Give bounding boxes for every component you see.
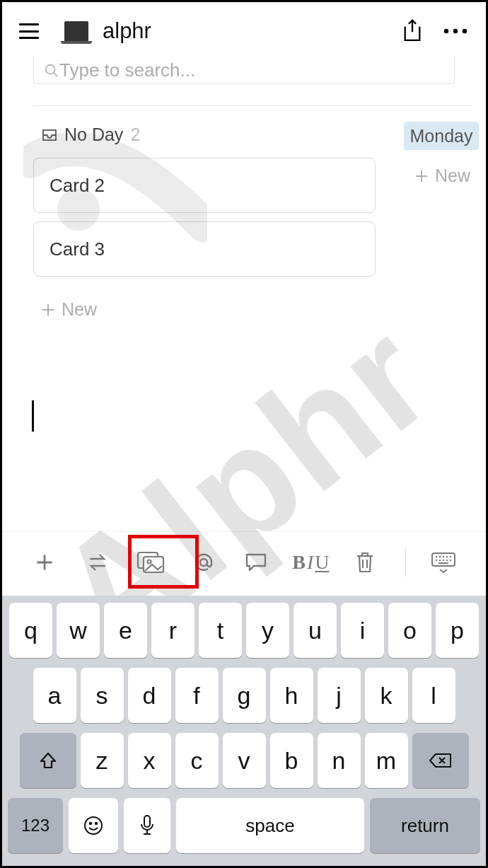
key-z[interactable]: z [81,733,124,788]
card[interactable]: Card 3 [33,221,376,277]
key-t[interactable]: t [199,603,242,658]
column-monday[interactable]: Monday [404,122,479,150]
key-x[interactable]: x [128,733,171,788]
key-space[interactable]: space [176,798,364,853]
key-d[interactable]: d [128,668,171,723]
italic-label: I [307,551,313,574]
header: alphr [2,2,486,57]
svg-point-11 [90,823,92,825]
key-a[interactable]: a [33,668,76,723]
svg-point-1 [453,29,458,33]
workspace-icon[interactable] [64,21,88,41]
key-j[interactable]: j [318,668,361,723]
text-style-button[interactable]: B I U [292,551,329,574]
hamburger-icon[interactable] [19,23,39,39]
key-w[interactable]: w [57,603,100,658]
inbox-icon [42,129,57,141]
card-title: Card 2 [50,175,105,197]
share-icon[interactable] [401,18,424,44]
svg-point-3 [46,64,55,74]
keyboard-row-2: a s d f g h j k l [8,668,480,723]
underline-label: U [315,551,329,574]
key-mic[interactable] [124,798,170,853]
key-m[interactable]: m [365,733,408,788]
key-k[interactable]: k [365,668,408,723]
page-title: alphr [103,18,151,44]
key-p[interactable]: p [436,603,479,658]
trash-icon[interactable] [348,545,382,579]
svg-point-0 [444,29,448,33]
new-label: New [62,299,97,320]
bold-label: B [292,551,306,574]
toolbar-separator [405,548,406,577]
keyboard-row-4: 123 space return [8,798,480,853]
key-backspace[interactable] [412,733,469,788]
text-cursor [32,400,34,432]
key-u[interactable]: u [294,603,337,658]
key-r[interactable]: r [151,603,194,658]
key-123[interactable]: 123 [8,798,63,853]
card-title: Card 3 [50,238,105,260]
column-title: Monday [410,126,473,146]
editor-toolbar: B I U [2,531,486,596]
key-s[interactable]: s [81,668,124,723]
key-y[interactable]: y [246,603,289,658]
svg-point-8 [200,559,207,566]
key-f[interactable]: f [175,668,219,723]
key-e[interactable]: e [104,603,147,658]
new-card-button[interactable]: New [407,150,479,186]
key-i[interactable]: i [341,603,384,658]
new-card-button[interactable]: New [33,285,105,320]
key-g[interactable]: g [223,668,266,723]
keyboard-row-1: q w e r t y u i o p [8,603,480,658]
text-input-area[interactable] [32,398,36,434]
add-icon[interactable] [28,545,62,579]
card[interactable]: Card 2 [33,158,376,213]
key-h[interactable]: h [270,668,313,723]
column-title: No Day [64,125,123,145]
column-no-day: No Day 2 Card 2 Card 3 New [33,123,376,320]
svg-point-10 [85,817,102,834]
board: No Day 2 Card 2 Card 3 New Monday New [33,123,455,320]
content-area: No Day 2 Card 2 Card 3 New Monday New [2,57,486,320]
key-o[interactable]: o [388,603,431,658]
key-emoji[interactable] [69,798,118,853]
key-n[interactable]: n [318,733,361,788]
key-return[interactable]: return [370,798,480,853]
dismiss-keyboard-icon[interactable] [426,545,460,579]
key-b[interactable]: b [270,733,313,788]
more-icon[interactable] [442,27,469,35]
new-label: New [435,166,470,186]
key-l[interactable]: l [412,668,455,723]
search-bar[interactable] [33,57,455,84]
column-count: 2 [130,125,140,145]
key-v[interactable]: v [223,733,266,788]
svg-rect-13 [144,816,150,827]
key-shift[interactable] [20,733,76,788]
search-input[interactable] [59,59,444,81]
svg-point-2 [463,29,467,33]
key-c[interactable]: c [175,733,219,788]
column-header[interactable]: No Day 2 [33,123,376,158]
keyboard: q w e r t y u i o p a s d f g h j k l z … [2,596,486,866]
keyboard-row-3: z x c v b n m [8,733,480,788]
divider [33,105,472,106]
turn-into-icon[interactable] [81,545,115,579]
comment-icon[interactable] [239,545,273,579]
key-q[interactable]: q [9,603,52,658]
svg-point-12 [95,823,98,825]
highlight-box [128,535,199,589]
